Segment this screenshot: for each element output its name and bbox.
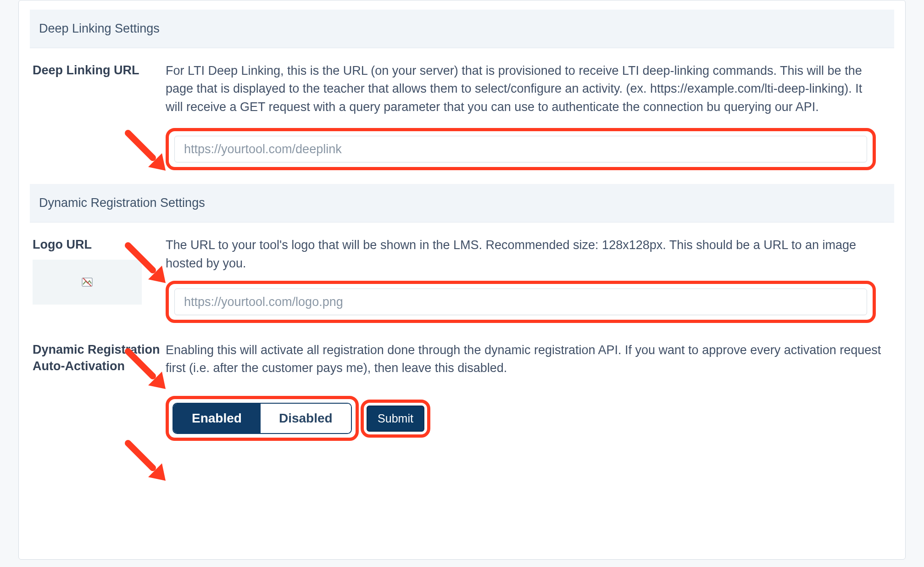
settings-card: Deep Linking Settings Deep Linking URL F… xyxy=(18,0,906,560)
section-header-dynamic-registration: Dynamic Registration Settings xyxy=(30,184,894,222)
submit-button[interactable]: Submit xyxy=(367,406,424,432)
svg-line-8 xyxy=(128,443,153,468)
row-logo-url: Logo URL The URL to your tool's logo tha… xyxy=(19,222,905,323)
deep-linking-url-input[interactable] xyxy=(174,136,867,162)
annotation-arrow-icon xyxy=(123,439,174,489)
desc-deep-linking-url: For LTI Deep Linking, this is the URL (o… xyxy=(166,62,881,116)
section-header-deep-linking: Deep Linking Settings xyxy=(30,10,894,48)
highlight-submit: Submit xyxy=(361,400,430,438)
logo-preview xyxy=(33,260,142,305)
desc-logo-url: The URL to your tool's logo that will be… xyxy=(166,236,881,272)
toggle-option-disabled[interactable]: Disabled xyxy=(260,404,351,433)
label-logo-url: Logo URL xyxy=(33,236,166,253)
highlight-deep-linking-url xyxy=(166,128,876,170)
svg-line-0 xyxy=(128,133,153,158)
label-auto-activation: Dynamic Registration Auto-Activation xyxy=(33,341,166,375)
toggle-option-enabled[interactable]: Enabled xyxy=(173,404,260,433)
svg-marker-9 xyxy=(148,463,166,481)
row-deep-linking-url: Deep Linking URL For LTI Deep Linking, t… xyxy=(19,48,905,170)
logo-url-input[interactable] xyxy=(174,289,867,315)
label-deep-linking-url: Deep Linking URL xyxy=(33,62,166,78)
auto-activation-toggle: Enabled Disabled xyxy=(173,403,352,434)
broken-image-icon xyxy=(82,277,93,288)
desc-auto-activation: Enabling this will activate all registra… xyxy=(166,341,881,378)
highlight-auto-activation-toggle: Enabled Disabled xyxy=(166,396,359,441)
svg-marker-1 xyxy=(148,153,166,171)
highlight-logo-url xyxy=(166,281,876,323)
row-auto-activation: Dynamic Registration Auto-Activation Ena… xyxy=(19,323,905,441)
